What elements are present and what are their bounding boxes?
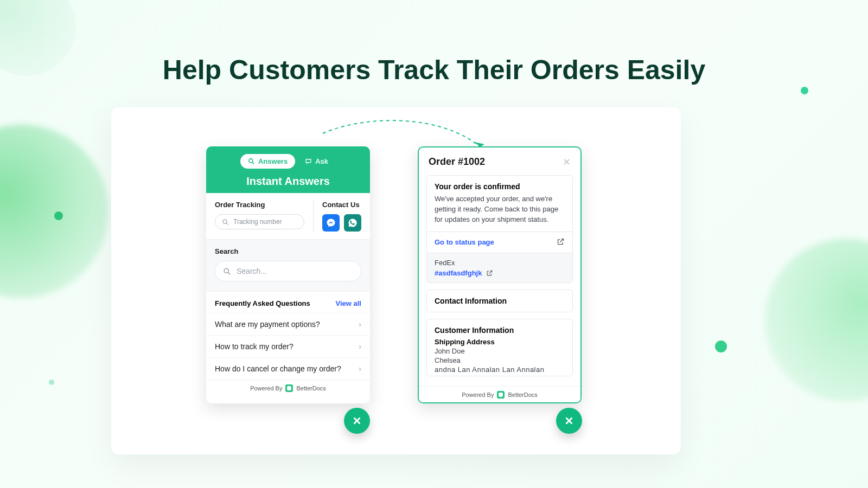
decorative-dot bbox=[801, 87, 808, 94]
status-page-link[interactable]: Go to status page bbox=[435, 238, 494, 246]
faq-item[interactable]: How do I cancel or change my order? › bbox=[206, 357, 370, 380]
contact-info-section: Contact Information bbox=[426, 290, 573, 312]
tracking-placeholder: Tracking number bbox=[233, 218, 282, 226]
whatsapp-button[interactable] bbox=[344, 214, 361, 232]
mode-toggle: Answers Ask bbox=[214, 154, 362, 169]
chat-icon bbox=[305, 158, 312, 165]
search-icon bbox=[222, 219, 229, 226]
betterdocs-logo-icon bbox=[497, 391, 505, 399]
search-icon bbox=[248, 158, 255, 165]
customer-info-title: Customer Information bbox=[435, 326, 565, 335]
messenger-button[interactable] bbox=[322, 214, 340, 232]
svg-line-2 bbox=[252, 162, 254, 164]
faq-title: Frequently Asked Questions bbox=[215, 299, 310, 307]
chevron-right-icon: › bbox=[359, 342, 361, 351]
external-link-icon bbox=[486, 269, 493, 277]
page-headline: Help Customers Track Their Orders Easily bbox=[0, 54, 868, 86]
confirm-body: We've accepted your order, and we're get… bbox=[435, 194, 565, 225]
svg-point-1 bbox=[249, 159, 253, 163]
close-icon bbox=[563, 415, 575, 427]
panel-title: Instant Answers bbox=[214, 175, 362, 188]
powered-by-footer: Powered By BetterDocs bbox=[419, 386, 580, 402]
tracking-code-text: #asdfasdfghjk bbox=[435, 269, 482, 277]
close-button[interactable]: ✕ bbox=[563, 157, 571, 167]
betterdocs-logo-icon bbox=[285, 384, 293, 392]
faq-item-text: What are my payment options? bbox=[215, 320, 320, 329]
powered-by-label: Powered By bbox=[250, 385, 282, 391]
decorative-dot bbox=[715, 341, 727, 352]
decorative-dot bbox=[54, 211, 63, 220]
panel-header: Answers Ask Instant Answers bbox=[206, 146, 370, 193]
close-fab-left[interactable] bbox=[344, 408, 370, 434]
faq-section: Frequently Asked Questions View all What… bbox=[206, 291, 370, 380]
tracking-code-link[interactable]: #asdfasdfghjk bbox=[435, 269, 565, 277]
confirm-title: Your order is confirmed bbox=[435, 182, 565, 191]
search-section: Search Search... bbox=[206, 239, 370, 291]
tracking-input[interactable]: Tracking number bbox=[215, 214, 304, 229]
tab-answers-label: Answers bbox=[258, 157, 288, 165]
tab-ask-label: Ask bbox=[315, 157, 328, 165]
ship-name: John Doe bbox=[435, 347, 565, 355]
ship-line2-partial: andna Lan Annalan Lan Annalan bbox=[435, 365, 565, 374]
faq-item-text: How to track my order? bbox=[215, 342, 293, 351]
tab-answers[interactable]: Answers bbox=[240, 154, 295, 169]
tab-ask[interactable]: Ask bbox=[297, 154, 336, 169]
whatsapp-icon bbox=[348, 218, 358, 228]
order-confirm-card: Your order is confirmed We've accepted y… bbox=[426, 175, 573, 283]
search-placeholder: Search... bbox=[237, 267, 267, 275]
instant-answers-panel: Answers Ask Instant Answers Order Tracki… bbox=[206, 146, 370, 403]
close-icon bbox=[351, 415, 363, 427]
decorative-blob bbox=[765, 239, 868, 401]
powered-by-brand: BetterDocs bbox=[508, 391, 537, 398]
faq-item[interactable]: How to track my order? › bbox=[206, 335, 370, 357]
search-input[interactable]: Search... bbox=[215, 261, 361, 281]
tracking-contact-row: Order Tracking Tracking number Contact U… bbox=[206, 193, 370, 239]
contact-info-title: Contact Information bbox=[435, 297, 565, 305]
decorative-dot bbox=[49, 380, 54, 385]
showcase-canvas: Answers Ask Instant Answers Order Tracki… bbox=[111, 107, 681, 454]
faq-item[interactable]: What are my payment options? › bbox=[206, 313, 370, 335]
decorative-blob bbox=[0, 125, 108, 298]
contact-us-label: Contact Us bbox=[322, 201, 361, 209]
shipping-address-label: Shipping Address bbox=[435, 338, 565, 346]
faq-item-text: How do I cancel or change my order? bbox=[215, 364, 341, 373]
chevron-right-icon: › bbox=[359, 320, 361, 329]
svg-point-3 bbox=[223, 219, 227, 223]
messenger-icon bbox=[326, 218, 336, 228]
order-tracking-label: Order Tracking bbox=[215, 201, 304, 209]
faq-view-all-link[interactable]: View all bbox=[336, 299, 361, 307]
carrier-name: FedEx bbox=[435, 259, 565, 267]
search-icon bbox=[223, 267, 231, 275]
svg-point-5 bbox=[224, 268, 228, 273]
order-title: Order #1002 bbox=[429, 156, 485, 168]
powered-by-brand: BetterDocs bbox=[296, 385, 326, 391]
external-link-icon bbox=[557, 237, 565, 247]
customer-info-section: Customer Information Shipping Address Jo… bbox=[426, 319, 573, 376]
powered-by-footer: Powered By BetterDocs bbox=[206, 380, 370, 396]
ship-line1: Chelsea bbox=[435, 356, 565, 364]
close-fab-right[interactable] bbox=[556, 408, 582, 434]
order-status-panel: Order #1002 ✕ Your order is confirmed We… bbox=[418, 146, 582, 403]
svg-line-4 bbox=[226, 223, 228, 224]
powered-by-label: Powered By bbox=[462, 391, 494, 398]
chevron-right-icon: › bbox=[359, 364, 361, 373]
close-icon: ✕ bbox=[563, 157, 571, 168]
search-label: Search bbox=[215, 247, 361, 255]
svg-line-6 bbox=[228, 272, 230, 274]
